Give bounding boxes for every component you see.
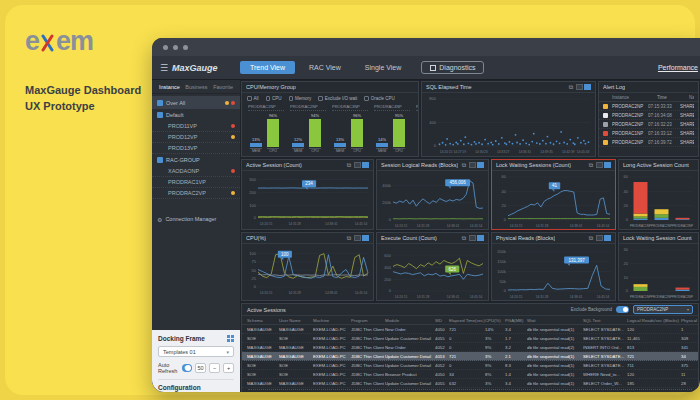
svg-text:50k: 50k (500, 279, 506, 284)
window-dot[interactable] (163, 45, 168, 50)
svg-text:131,397: 131,397 (568, 258, 585, 263)
alert-row[interactable]: PRODRAC1NP07:16:33:12SHARED POOL... (599, 129, 698, 138)
svg-text:14:38:41: 14:38:41 (325, 222, 338, 226)
export-icon[interactable]: ⧉ (462, 235, 466, 242)
svg-text:14:45:54: 14:45:54 (470, 295, 483, 299)
grid-icon[interactable] (227, 335, 234, 342)
auto-refresh-toggle[interactable]: ON (182, 364, 192, 372)
sidebar-item-xaodaonp[interactable]: XAODAONP (152, 166, 240, 177)
session-row[interactable]: SOESOEEXEM-LOAD-PCJDBC Thin ClientUpdate… (242, 334, 698, 343)
alert-log-header: InstanceTimeName (599, 93, 698, 102)
view-toggle[interactable] (596, 162, 611, 168)
hamburger-icon[interactable]: ☰ (160, 63, 168, 73)
checkbox-oracle-cpu[interactable]: Oracle CPU (364, 96, 395, 101)
tab-rac-view[interactable]: RAC View (299, 61, 351, 74)
svg-text:30: 30 (624, 247, 629, 252)
app-window: ☰ MaxGauge Trend ViewRAC ViewSingle View… (152, 38, 700, 392)
export-icon[interactable]: ⧉ (589, 235, 593, 242)
window-dot[interactable] (183, 45, 188, 50)
svg-text:14:38:41: 14:38:41 (570, 295, 583, 299)
alert-row[interactable]: PRODRAC2NP07:16:39:72SHARED POOL... (599, 138, 698, 147)
refresh-interval[interactable]: 50 (195, 363, 206, 373)
performance-link[interactable]: Performance (658, 64, 700, 71)
view-tabs: Trend ViewRAC ViewSingle View (240, 61, 411, 74)
export-icon[interactable]: ⧉ (462, 162, 466, 169)
checkbox-memory[interactable]: Memory (289, 96, 312, 101)
app-name: MaxGauge (172, 63, 218, 73)
tab-single-view[interactable]: Single View (355, 61, 411, 74)
sidebar-tab-business[interactable]: Business (185, 84, 207, 90)
gear-icon: ⚙ (157, 216, 162, 223)
checkbox-all[interactable]: All (247, 96, 259, 101)
sidebar-tab-instance[interactable]: Instance (159, 84, 180, 90)
svg-text:400: 400 (384, 265, 391, 270)
prototype-title: MaxGauge Dashboard UX Prototype (25, 83, 155, 115)
export-icon[interactable]: ⧉ (569, 84, 573, 91)
view-toggle[interactable] (469, 235, 484, 241)
alert-row[interactable]: PRODRAC2NP07:15:33:33SHARED POOL... (599, 102, 698, 111)
physical-reads-chart: 200k150k100k50k014:24:1514:31:2814:38:41… (494, 245, 613, 301)
window-dot[interactable] (173, 45, 178, 50)
svg-text:14:27:19: 14:27:19 (454, 150, 467, 154)
sidebar-item-prod11vp[interactable]: PROD11VP (152, 121, 240, 132)
svg-text:14:24:15: 14:24:15 (510, 295, 523, 299)
session-row[interactable]: MAXGAUGEMAXGAUGEEXEM-LOAD-PCJDBC Thin Cl… (242, 352, 698, 361)
brand-block: e em MaxGauge Dashboard UX Prototype (25, 26, 155, 115)
decrease-button[interactable]: − (209, 363, 220, 373)
svg-text:14:31:28: 14:31:28 (417, 295, 430, 299)
view-toggle[interactable] (354, 235, 369, 241)
export-icon[interactable]: ⧉ (347, 162, 351, 169)
svg-text:20: 20 (502, 203, 507, 208)
alert-row[interactable]: PRODRAC2NP07:16:34:08SHARED POOL... (599, 111, 698, 120)
sidebar-item-prodrac2vp[interactable]: PRODRAC2VP (152, 188, 240, 199)
alert-row[interactable]: PRODRAC2NP07:16:32:23SHARED POOL... (599, 120, 698, 129)
checkbox-cpu[interactable]: CPU (266, 96, 282, 101)
svg-text:14:45:54: 14:45:54 (355, 222, 368, 226)
sidebar-tab-favorite[interactable]: Favorite (213, 84, 233, 90)
dashboard-main: CPU/Memory Group AllCPUMemoryExclude I/O… (240, 80, 700, 392)
long-active-session-chart: 6040200PRODRAC1NPPRODRAC2NPPRODRAC3NP (621, 172, 696, 230)
cpu-bar (309, 119, 321, 147)
checkbox-exclude-i-o-wait[interactable]: Exclude I/O wait (318, 96, 357, 101)
sidebar-group-default[interactable]: Default (152, 109, 240, 121)
instance-filter-select[interactable]: PRODRAC2NP ▾ (633, 305, 693, 314)
horizontal-scrollbar[interactable] (248, 389, 692, 392)
active-sessions-title: Active Sessions (247, 307, 286, 313)
svg-text:PRODRAC3NP: PRODRAC3NP (672, 224, 693, 228)
mem-bar (376, 143, 388, 147)
instance-tree: Over AllDefaultPROD11VPPROD12VPPROD13VPR… (152, 96, 240, 199)
template-select[interactable]: Templates 01 ▾ (158, 346, 234, 357)
svg-text:14:33:27: 14:33:27 (497, 150, 510, 154)
view-toggle[interactable] (576, 84, 591, 90)
sidebar-item-prod12vp[interactable]: PROD12VP (152, 132, 240, 143)
export-icon[interactable]: ⧉ (347, 235, 351, 242)
configuration-link[interactable]: Configuration (158, 384, 234, 391)
session-row[interactable]: MAXGAUGEMAXGAUGEEXEM-LOAD-PCJDBC Thin Cl… (242, 325, 698, 334)
docking-panel: Docking Frame Templates 01 ▾ Auto Refres… (152, 330, 240, 392)
view-toggle[interactable] (354, 162, 369, 168)
session-row[interactable]: MAXGAUGEMAXGAUGEEXEM-LOAD-PCJDBC Thin Cl… (242, 379, 698, 388)
sidebar-item-overall[interactable]: Over All (152, 96, 240, 109)
connection-manager[interactable]: ⚙ Connection Manager (152, 213, 240, 225)
app-header: ☰ MaxGauge Trend ViewRAC ViewSingle View… (152, 56, 700, 80)
sidebar-item-prodrac1vp[interactable]: PRODRAC1VP (152, 177, 240, 188)
tab-trend-view[interactable]: Trend View (240, 61, 295, 74)
session-row[interactable]: MAXGAUGEMAXGAUGEEXEM-LOAD-PCJDBC Thin Cl… (242, 343, 698, 352)
mem-bar (334, 143, 346, 147)
view-toggle[interactable] (596, 235, 611, 241)
diagnostics-button[interactable]: Diagnostics (421, 61, 484, 74)
auto-refresh-label: Auto Refresh (158, 362, 179, 374)
session-row[interactable]: SOESOEEXEM-LOAD-PCJDBC Thin ClientBrowse… (242, 370, 698, 379)
view-toggle[interactable] (469, 162, 484, 168)
session-row[interactable]: SOESOEEXEM-LOAD-PCJDBC Thin ClientUpdate… (242, 361, 698, 370)
sidebar-item-prod13vp[interactable]: PROD13VP (152, 143, 240, 154)
svg-text:20: 20 (624, 203, 629, 208)
increase-button[interactable]: + (223, 363, 234, 373)
exclude-background-toggle[interactable] (616, 306, 629, 313)
sessions-table-body: MAXGAUGEMAXGAUGEEXEM-LOAD-PCJDBC Thin Cl… (242, 325, 698, 388)
sidebar-group-rac-group[interactable]: RAC-GROUP (152, 154, 240, 166)
svg-text:14:24:15: 14:24:15 (440, 150, 453, 154)
svg-text:14:31:28: 14:31:28 (288, 222, 301, 226)
svg-text:41: 41 (552, 183, 558, 188)
export-icon[interactable]: ⧉ (589, 162, 593, 169)
